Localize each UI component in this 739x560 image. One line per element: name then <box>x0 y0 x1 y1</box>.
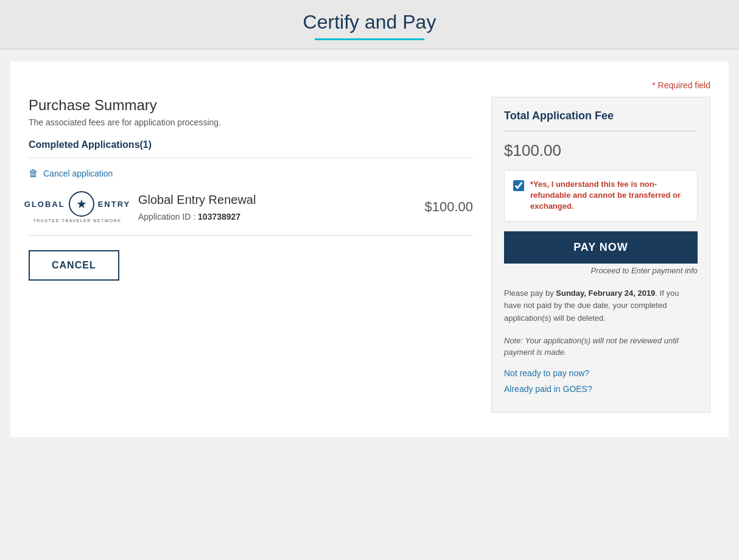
global-entry-logo: GLOBAL ★ ENTRY TRUSTED TRAVELER NETWORK <box>29 191 126 223</box>
page-header: Certify and Pay <box>0 0 739 49</box>
fee-box: Total Application Fee $100.00 *Yes, I un… <box>491 97 710 413</box>
page-layout: Purchase Summary The associated fees are… <box>29 97 710 413</box>
deadline-text-before: Please pay by <box>504 289 556 298</box>
app-id-label: Application ID : <box>138 212 195 222</box>
application-price: $100.00 <box>424 199 473 215</box>
left-panel: Purchase Summary The associated fees are… <box>29 97 473 281</box>
non-refundable-checkbox-row: *Yes, I understand this fee is non-refun… <box>504 170 698 222</box>
not-ready-link[interactable]: Not ready to pay now? <box>504 368 698 378</box>
proceed-text: Proceed to Enter payment info <box>504 266 698 275</box>
non-refundable-label: *Yes, I understand this fee is non-refun… <box>530 179 688 212</box>
page-title: Certify and Pay <box>0 11 739 33</box>
fee-box-title: Total Application Fee <box>504 110 698 131</box>
application-id: Application ID : 103738927 <box>138 212 412 222</box>
logo-entry-text: ENTRY <box>98 200 131 209</box>
section-title: Purchase Summary <box>29 97 473 114</box>
header-underline <box>315 38 424 40</box>
logo-subtitle: TRUSTED TRAVELER NETWORK <box>33 219 121 223</box>
application-details: Global Entry Renewal Application ID : 10… <box>138 193 412 222</box>
total-amount: $100.00 <box>504 141 698 160</box>
main-content: * Required field Purchase Summary The as… <box>10 61 729 437</box>
cancel-application-link[interactable]: 🗑 Cancel application <box>29 168 473 179</box>
application-row: GLOBAL ★ ENTRY TRUSTED TRAVELER NETWORK … <box>29 191 473 236</box>
already-paid-link[interactable]: Already paid in GOES? <box>504 384 698 394</box>
right-panel: Total Application Fee $100.00 *Yes, I un… <box>491 97 710 413</box>
cancel-app-link-label: Cancel application <box>43 169 113 178</box>
logo-star: ★ <box>76 197 87 211</box>
logo-star-circle: ★ <box>69 191 94 217</box>
checkbox-label-text: Yes, I understand this fee is non-refund… <box>530 180 681 211</box>
logo-global-text: GLOBAL <box>24 200 65 209</box>
cancel-button[interactable]: CANCEL <box>29 250 119 281</box>
completed-apps-header: Completed Applications(1) <box>29 139 473 158</box>
pay-now-button[interactable]: PAY NOW <box>504 231 698 264</box>
application-name: Global Entry Renewal <box>138 193 412 207</box>
required-field-note: * Required field <box>652 80 710 90</box>
logo-container: GLOBAL ★ ENTRY TRUSTED TRAVELER NETWORK <box>29 191 126 223</box>
section-subtitle: The associated fees are for application … <box>29 117 473 127</box>
non-refundable-checkbox[interactable] <box>513 180 524 191</box>
logo-text-top: GLOBAL ★ ENTRY <box>24 191 130 217</box>
trash-icon: 🗑 <box>29 168 38 179</box>
deadline-date: Sunday, February 24, 2019 <box>556 289 655 298</box>
note-text: Note: Your application(s) will not be re… <box>504 335 698 359</box>
app-id-value: 103738927 <box>198 212 240 222</box>
pay-deadline: Please pay by Sunday, February 24, 2019.… <box>504 287 698 325</box>
